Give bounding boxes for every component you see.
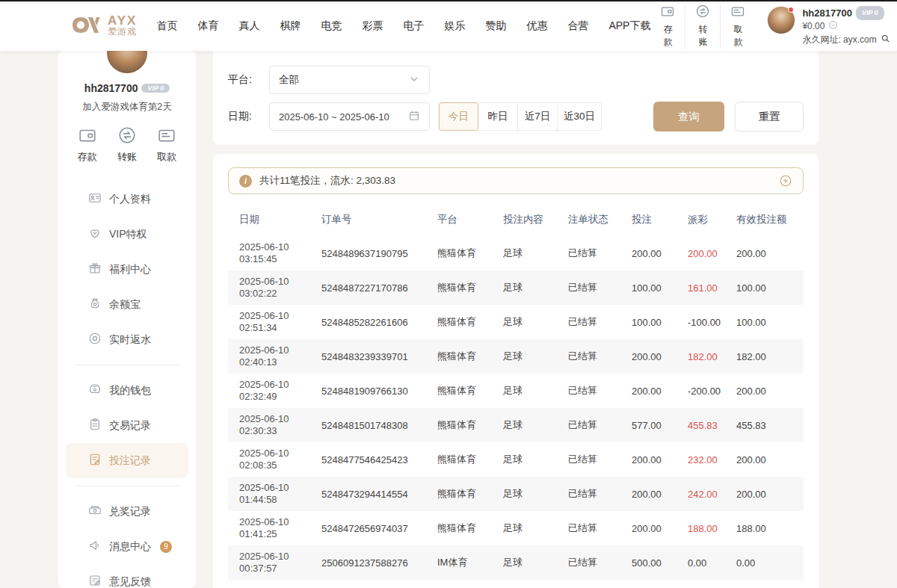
nav-item-4[interactable]: 电竞 [321,19,342,33]
cell-platform: 熊猫体育 [426,350,492,363]
range-button-0[interactable]: 今日 [439,102,478,131]
sidebar-item-transaction[interactable]: 交易记录 [66,408,188,443]
nav-item-5[interactable]: 彩票 [362,19,383,33]
sidebar-action-1[interactable]: 转账 [117,126,137,164]
nav-item-8[interactable]: 赞助 [485,19,506,33]
nav-item-3[interactable]: 棋牌 [280,19,300,33]
message-count-badge: 9 [160,541,172,553]
table-row: 2025-06-1002:32:49 5248481909766130 熊猫体育… [228,374,804,408]
cell-platform: 熊猫体育 [426,247,492,260]
sidebar-item-prize[interactable]: 兑奖记录 [66,494,188,529]
cell-content: 足球 [492,487,557,501]
sidebar-item-label: 个人资料 [109,193,151,206]
nav-item-2[interactable]: 真人 [238,19,259,33]
cell-order: 5248472656974037 [310,523,426,534]
range-button-2[interactable]: 近7日 [518,102,558,131]
avatar[interactable] [767,6,795,34]
sidebar-item-feedback[interactable]: 意见反馈 [66,564,188,588]
header-action-label: 转账 [695,23,710,49]
search-button[interactable]: 查询 [653,102,724,131]
nav-item-0[interactable]: 首页 [156,19,177,33]
cell-date: 2025-06-1002:51:34 [228,306,310,338]
cell-order: 5248473294414554 [310,489,426,500]
nav-item-1[interactable]: 体育 [197,19,218,33]
top-header: AYX 爱游戏 首页体育真人棋牌电竞彩票电子娱乐赞助优惠合营APP下载 存款转账… [0,1,897,51]
sidebar-item-id-card[interactable]: 个人资料 [66,182,188,217]
transfer-icon [117,134,137,147]
nav-item-11[interactable]: APP下载 [608,19,650,33]
withdraw-icon [730,8,745,21]
username: hh2817700 [802,7,852,19]
sidebar-divider [75,365,179,365]
header-action-1[interactable]: 转账 [685,4,720,49]
cell-valid: 0.00 [725,557,804,569]
deposit-icon [660,8,675,21]
cell-payout: 161.00 [676,282,725,294]
table-subtotal-row: 小计 —— —— 2477.00 1360.83 1825.83 [228,580,804,588]
sidebar-item-money-pouch[interactable]: 余额宝 [66,287,188,322]
cell-platform: 熊猫体育 [426,487,492,501]
cell-payout: 455.83 [676,420,725,431]
sidebar-item-rebate[interactable]: 实时返水 [66,322,188,357]
sidebar-vip-badge: VIP 0 [141,84,170,93]
plus-circle-icon[interactable] [779,174,792,188]
sidebar-item-bet-record[interactable]: 投注记录 [66,443,188,478]
platform-select-value: 全部 [279,73,299,87]
table-row: 2025-06-1001:41:25 5248472656974037 熊猫体育… [228,511,804,545]
header-action-0[interactable]: 存款 [650,4,685,49]
column-header: 投注内容 [492,213,557,226]
sidebar-item-megaphone[interactable]: 消息中心9 [66,529,188,564]
sidebar-item-label: 投注记录 [109,454,151,468]
cell-status: 已结算 [557,315,620,329]
cell-valid: 100.00 [725,317,804,328]
cell-date: 2025-06-1001:44:58 [228,477,310,510]
sidebar-item-wallet[interactable]: 我的钱包 [66,373,188,408]
sidebar: hh2817700 VIP 0 加入爱游戏体育第2天 存款转账取款 个人资料VI… [58,51,196,588]
header-user-cluster[interactable]: hh2817700 VIP 0 ¥0.00 永久网址: ayx.com [767,6,890,47]
range-button-1[interactable]: 昨日 [478,102,518,131]
sidebar-action-label: 转账 [117,150,137,164]
cell-status: 已结算 [557,247,620,260]
nav-item-9[interactable]: 优惠 [526,19,547,33]
header-action-2[interactable]: 取款 [720,4,755,49]
sidebar-menu: 个人资料VIP特权福利中心余额宝实时返水我的钱包交易记录投注记录兑奖记录消息中心… [58,182,196,588]
table-row: 2025-06-1000:37:57 2506091237588276 IM体育… [228,545,804,580]
site-logo[interactable]: AYX 爱游戏 [71,14,137,38]
chevron-down-icon [408,73,420,87]
cell-order: 5248477546425423 [310,454,426,465]
cell-status: 已结算 [557,487,620,501]
cell-date: 2025-06-1003:02:22 [228,271,310,304]
cell-bet: 200.00 [620,454,676,465]
info-icon: i [239,175,252,188]
reset-button[interactable]: 重置 [735,102,804,131]
cell-date: 2025-06-1002:40:13 [228,340,310,373]
sidebar-action-2[interactable]: 取款 [157,126,176,164]
cell-order: 5248487227170786 [310,282,426,294]
cell-status: 已结算 [557,453,620,466]
cell-payout: -100.00 [676,317,725,328]
cell-platform: 熊猫体育 [426,522,492,535]
nav-item-6[interactable]: 电子 [403,19,424,33]
sidebar-item-vip-heart[interactable]: VIP特权 [66,217,188,252]
cell-order: 5248481501748308 [310,420,426,431]
cell-content: 足球 [492,281,557,294]
cell-content: 足球 [492,556,557,569]
cell-content: 足球 [492,350,557,363]
main-content: 平台: 全部 日期: 2025-06-10 ~ 2025-06-10 今日昨日近… [213,51,819,588]
sidebar-action-0[interactable]: 存款 [78,126,97,164]
sidebar-item-gift[interactable]: 福利中心 [66,252,188,287]
nav-item-7[interactable]: 娱乐 [444,19,465,33]
table-body: 2025-06-1003:15:45 5248489637190795 熊猫体育… [228,236,804,580]
summary-bar: i 共计11笔投注，流水: 2,303.83 [228,167,804,194]
date-range-input[interactable]: 2025-06-10 ~ 2025-06-10 [269,102,430,131]
cell-content: 足球 [492,418,557,432]
search-icon[interactable] [881,34,890,47]
table-row: 2025-06-1002:08:35 5248477546425423 熊猫体育… [228,442,804,477]
nav-item-10[interactable]: 合营 [567,19,588,33]
balance-chevron-icon[interactable] [828,20,838,34]
platform-select[interactable]: 全部 [269,66,430,94]
wallet-icon [88,383,102,398]
range-button-3[interactable]: 近30日 [558,102,602,131]
cell-bet: 577.00 [620,420,676,431]
cell-date: 2025-06-1002:08:35 [228,443,310,476]
